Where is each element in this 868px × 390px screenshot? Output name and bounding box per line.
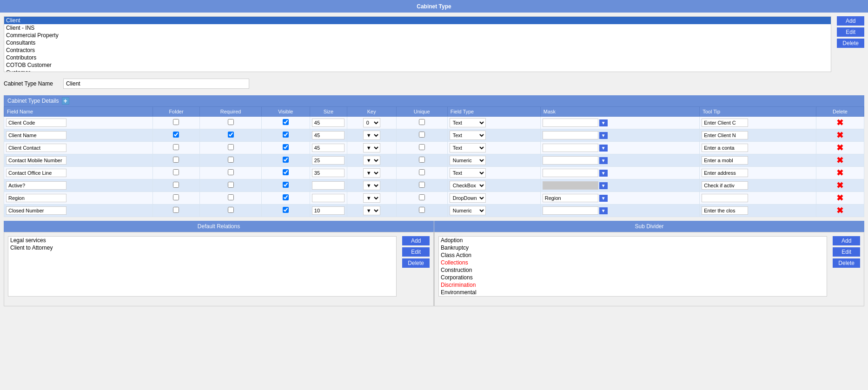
folder-checkbox[interactable] [173,132,179,138]
mask-input[interactable] [543,194,598,202]
field-type-select[interactable]: TextNumericCheckBoxDropDownDate [450,181,486,190]
field-name-input[interactable] [6,144,66,152]
mask-button[interactable]: ▼ [599,119,608,126]
sub-divider-list-item[interactable]: Collections [439,259,827,266]
sub-divider-list-item[interactable]: Adoption [439,237,827,244]
relation-list-item[interactable]: Legal services [8,237,396,244]
size-input[interactable] [312,131,345,139]
size-input[interactable] [312,156,345,165]
sub-divider-list-item[interactable]: Discrimination [439,281,827,289]
size-input[interactable] [312,181,345,190]
cabinet-name-input[interactable] [63,79,249,89]
required-checkbox[interactable] [228,182,234,188]
required-checkbox[interactable] [228,132,234,138]
visible-checkbox[interactable] [283,194,289,200]
edit-cabinet-button[interactable]: Edit [837,27,864,37]
edit-subdiv-button[interactable]: Edit [833,247,860,257]
tooltip-input[interactable] [702,144,748,152]
required-checkbox[interactable] [228,144,234,150]
unique-checkbox[interactable] [419,157,425,163]
key-select[interactable]: 0▼ [363,118,380,127]
field-type-select[interactable]: TextNumericCheckBoxDropDownDate [450,131,486,140]
key-select[interactable]: ▼ [363,156,380,165]
unique-checkbox[interactable] [419,169,425,175]
folder-checkbox[interactable] [173,119,179,125]
tooltip-input[interactable] [702,206,748,215]
required-checkbox[interactable] [228,157,234,163]
delete-row-button[interactable]: ✖ [818,118,862,128]
unique-checkbox[interactable] [419,132,425,138]
key-select[interactable]: ▼ [363,181,380,190]
size-input[interactable] [312,144,345,152]
tooltip-input[interactable] [702,181,748,190]
required-checkbox[interactable] [228,207,234,213]
edit-relation-button[interactable]: Edit [402,247,430,257]
field-type-select[interactable]: TextNumericCheckBoxDropDownDate [450,193,486,203]
delete-cabinet-button[interactable]: Delete [837,39,864,48]
size-input[interactable] [312,119,345,127]
size-input[interactable] [312,169,345,177]
add-subdiv-button[interactable]: Add [833,236,860,245]
key-select[interactable]: ▼ [363,206,380,215]
delete-row-button[interactable]: ✖ [818,168,862,178]
required-checkbox[interactable] [228,194,234,200]
visible-checkbox[interactable] [283,207,289,213]
default-relations-list[interactable]: Legal servicesClient to Attorney [8,236,397,297]
mask-button[interactable]: ▼ [599,182,608,189]
mask-input[interactable] [543,144,598,152]
sub-divider-list-item[interactable]: Construction [439,266,827,274]
mask-input[interactable] [543,131,598,139]
field-name-input[interactable] [6,131,66,139]
key-select[interactable]: ▼ [363,168,380,178]
mask-input[interactable] [543,169,598,177]
add-detail-button[interactable]: + [62,97,69,105]
cabinet-list-item[interactable]: Contributors [4,54,831,61]
visible-checkbox[interactable] [283,157,289,163]
tooltip-input[interactable] [702,169,748,177]
sub-divider-list-item[interactable]: Estate Admin [439,296,827,297]
field-name-input[interactable] [6,119,66,127]
required-checkbox[interactable] [228,169,234,175]
mask-button[interactable]: ▼ [599,195,608,202]
unique-checkbox[interactable] [419,144,425,150]
unique-checkbox[interactable] [419,207,425,213]
delete-row-button[interactable]: ✖ [818,155,862,165]
sub-divider-list-item[interactable]: Class Action [439,251,827,259]
mask-input[interactable] [543,181,598,190]
field-name-input[interactable] [6,156,66,165]
add-relation-button[interactable]: Add [402,236,430,245]
cabinet-list-item[interactable]: Client [4,17,831,24]
visible-checkbox[interactable] [283,169,289,175]
sub-divider-list[interactable]: AdoptionBankruptcyClass ActionCollection… [438,236,827,297]
unique-checkbox[interactable] [419,194,425,200]
folder-checkbox[interactable] [173,144,179,150]
visible-checkbox[interactable] [283,182,289,188]
required-checkbox[interactable] [228,119,234,125]
sub-divider-list-item[interactable]: Corporations [439,274,827,281]
tooltip-input[interactable] [702,131,748,139]
field-name-input[interactable] [6,169,66,177]
size-input[interactable] [312,206,345,215]
key-select[interactable]: ▼ [363,143,380,152]
tooltip-input[interactable] [702,156,748,165]
mask-input[interactable] [543,156,598,165]
folder-checkbox[interactable] [173,169,179,175]
mask-input[interactable] [543,206,598,215]
delete-subdiv-button[interactable]: Delete [833,258,860,268]
mask-button[interactable]: ▼ [599,157,608,164]
sub-divider-list-item[interactable]: Bankruptcy [439,244,827,251]
delete-relation-button[interactable]: Delete [402,258,430,268]
visible-checkbox[interactable] [283,119,289,125]
folder-checkbox[interactable] [173,182,179,188]
cabinet-list-item[interactable]: Commercial Property [4,32,831,39]
field-type-select[interactable]: TextNumericCheckBoxDropDownDate [450,168,486,178]
mask-button[interactable]: ▼ [599,170,608,177]
key-select[interactable]: ▼ [363,193,380,203]
mask-input[interactable] [543,119,598,127]
cabinet-list-item[interactable]: Contractors [4,46,831,54]
field-type-select[interactable]: TextNumericCheckBoxDropDownDate [450,206,486,215]
field-name-input[interactable] [6,181,66,190]
delete-row-button[interactable]: ✖ [818,180,862,191]
cabinet-type-list[interactable]: ClientClient - INSCommercial PropertyCon… [4,16,831,72]
unique-checkbox[interactable] [419,182,425,188]
